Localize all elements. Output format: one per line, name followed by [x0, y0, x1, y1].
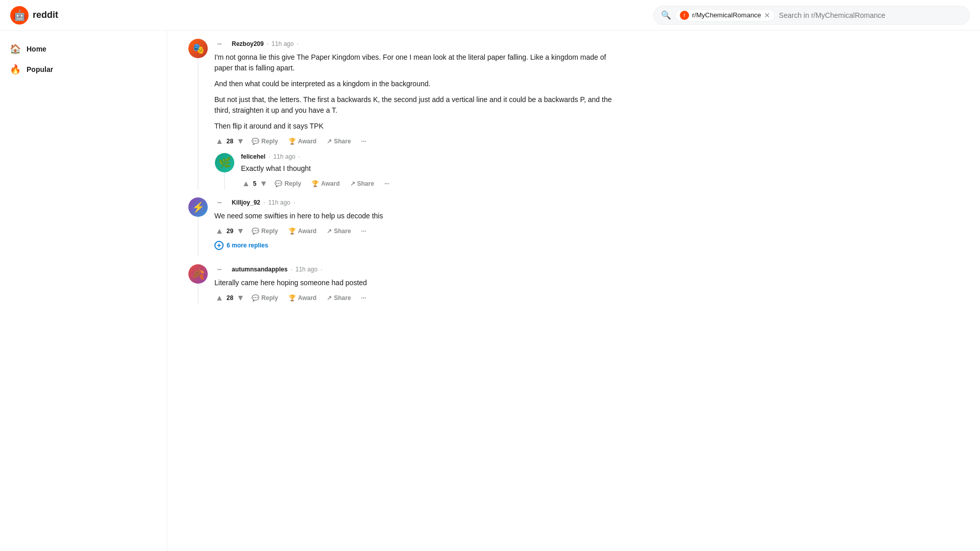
comment-text-rezboy-3: But not just that, the letters. The firs…: [214, 94, 619, 116]
share-icon-rezboy: ↗: [327, 138, 332, 145]
share-button-killjoy[interactable]: ↗ Share: [323, 226, 355, 237]
more-button-felice[interactable]: ···: [380, 178, 394, 189]
subreddit-avatar: r: [680, 11, 689, 20]
comment-text-killjoy: We need some swifties in here to help us…: [214, 211, 619, 221]
downvote-button-felice[interactable]: ▼: [259, 178, 269, 189]
subreddit-pill[interactable]: r r/MyChemicalRomance ✕: [675, 9, 775, 21]
more-button-autumn[interactable]: ···: [357, 292, 371, 304]
comment-actions-autumn: ▲ 28 ▼ 💬 Reply 🏆 Award: [214, 292, 619, 304]
logo-text: reddit: [33, 10, 58, 20]
close-pill-icon[interactable]: ✕: [764, 11, 770, 19]
comment-actions-rezboy: ▲ 28 ▼ 💬 Reply 🏆 Award: [214, 136, 619, 147]
award-icon-rezboy: 🏆: [288, 138, 296, 145]
username-rezboy[interactable]: Rezboy209: [232, 40, 264, 47]
vote-section-killjoy: ▲ 29 ▼: [214, 226, 246, 237]
sidebar: 🏠 Home 🔥 Popular: [0, 31, 167, 551]
username-autumn[interactable]: autumnsandapples: [232, 266, 287, 273]
more-button-rezboy[interactable]: ···: [357, 136, 371, 147]
popular-icon: 🔥: [10, 64, 20, 74]
more-replies-killjoy[interactable]: + 6 more replies: [214, 241, 619, 250]
timestamp-rezboy: 11h ago: [272, 40, 293, 47]
downvote-button-autumn[interactable]: ▼: [235, 292, 246, 304]
award-button-felice[interactable]: 🏆 Award: [307, 178, 344, 189]
comment-actions-killjoy: ▲ 29 ▼ 💬 Reply 🏆 Award: [214, 226, 619, 237]
reply-icon-killjoy: 💬: [252, 228, 259, 235]
award-icon-killjoy: 🏆: [288, 228, 296, 235]
comment-content-felice: felicehel · 11h ago · Exactly what I tho…: [235, 153, 619, 189]
username-killjoy[interactable]: Killjoy_92: [232, 199, 260, 206]
comment-content-rezboy: − Rezboy209 · 11h ago · I'm not gonna li…: [208, 39, 619, 189]
upvote-button-killjoy[interactable]: ▲: [214, 226, 225, 237]
more-replies-icon: +: [214, 241, 224, 250]
award-button-autumn[interactable]: 🏆 Award: [284, 292, 321, 304]
avatar-felice: 🌿: [215, 153, 234, 172]
meta-dot-2: ·: [297, 40, 298, 47]
vote-count-autumn: 28: [227, 294, 233, 302]
reply-icon-autumn: 💬: [252, 294, 259, 302]
share-button-rezboy[interactable]: ↗ Share: [323, 136, 355, 147]
share-icon-killjoy: ↗: [327, 228, 332, 235]
header: 🤖 reddit 🔍 r r/MyChemicalRomance ✕: [0, 0, 980, 31]
reply-button-killjoy[interactable]: 💬 Reply: [248, 226, 282, 237]
home-icon: 🏠: [10, 44, 20, 54]
search-icon: 🔍: [661, 10, 671, 20]
subreddit-label: r/MyChemicalRomance: [692, 11, 761, 19]
upvote-button-rezboy[interactable]: ▲: [214, 136, 225, 147]
comment-text-rezboy-4: Then flip it around and it says TPK: [214, 121, 619, 132]
comment-meta-autumn: − autumnsandapples · 11h ago ·: [214, 264, 619, 274]
comment-thread-autumn: 🍂 − autumnsandapples · 11h ago · Literal…: [188, 264, 619, 304]
sidebar-item-home[interactable]: 🏠 Home: [0, 39, 167, 59]
award-button-rezboy[interactable]: 🏆 Award: [284, 136, 321, 147]
share-icon-autumn: ↗: [327, 294, 332, 302]
meta-dot-1: ·: [267, 40, 268, 47]
line-col-felice: 🌿: [214, 153, 235, 189]
main-content: 🎭 − Rezboy209 · 11h ago · I'm not gonna …: [167, 31, 980, 551]
share-button-felice[interactable]: ↗ Share: [346, 178, 378, 189]
downvote-button-rezboy[interactable]: ▼: [235, 136, 246, 147]
timestamp-felice: 11h ago: [273, 153, 295, 160]
award-icon-felice: 🏆: [311, 180, 319, 187]
downvote-button-killjoy[interactable]: ▼: [235, 226, 246, 237]
thread-line-killjoy: [198, 217, 199, 256]
avatar-killjoy: ⚡: [188, 197, 208, 217]
thread-line-felice: [224, 172, 225, 189]
line-col-rezboy: 🎭: [188, 39, 208, 189]
search-input[interactable]: [779, 11, 962, 19]
search-bar[interactable]: 🔍 r r/MyChemicalRomance ✕: [653, 6, 970, 25]
comment-text-rezboy-2: And then what could be interpreted as a …: [214, 79, 619, 89]
username-felice[interactable]: felicehel: [241, 153, 265, 160]
vote-section-rezboy: ▲ 28 ▼: [214, 136, 246, 147]
reply-button-autumn[interactable]: 💬 Reply: [248, 292, 282, 304]
comment-meta-felice: felicehel · 11h ago ·: [241, 153, 619, 160]
thread-line-autumn: [198, 284, 199, 304]
reply-icon-felice: 💬: [275, 180, 282, 187]
vote-section-autumn: ▲ 28 ▼: [214, 292, 246, 304]
share-button-autumn[interactable]: ↗ Share: [323, 292, 355, 304]
comment-actions-felice: ▲ 5 ▼ 💬 Reply 🏆 Award: [241, 178, 619, 189]
line-col-autumn: 🍂: [188, 264, 208, 304]
reply-button-rezboy[interactable]: 💬 Reply: [248, 136, 282, 147]
upvote-button-felice[interactable]: ▲: [241, 178, 251, 189]
sidebar-item-popular[interactable]: 🔥 Popular: [0, 59, 167, 80]
comment-thread-killjoy: ⚡ − Killjoy_92 · 11h ago · We need some …: [188, 197, 619, 256]
minimize-button-rezboy[interactable]: −: [214, 39, 225, 49]
logo[interactable]: 🤖 reddit: [10, 6, 58, 24]
award-button-killjoy[interactable]: 🏆 Award: [284, 226, 321, 237]
more-replies-label: 6 more replies: [227, 242, 268, 249]
thread-line-rezboy: [198, 58, 199, 189]
comment-text-autumn: Literally came here hoping someone had p…: [214, 278, 619, 288]
comment-meta-killjoy: − Killjoy_92 · 11h ago ·: [214, 197, 619, 208]
line-col-killjoy: ⚡: [188, 197, 208, 256]
minimize-button-killjoy[interactable]: −: [214, 197, 225, 208]
comment-text-rezboy-1: I'm not gonna lie this give The Paper Ki…: [214, 52, 619, 73]
upvote-button-autumn[interactable]: ▲: [214, 292, 225, 304]
more-button-killjoy[interactable]: ···: [357, 226, 371, 237]
award-icon-autumn: 🏆: [288, 294, 296, 302]
comment-thread-felice: 🌿 felicehel · 11h ago · Exactly what I t…: [214, 153, 619, 189]
comment-text-felice: Exactly what I thought: [241, 163, 619, 174]
minimize-button-autumn[interactable]: −: [214, 264, 225, 274]
reply-button-felice[interactable]: 💬 Reply: [271, 178, 305, 189]
sidebar-item-popular-label: Popular: [27, 65, 53, 73]
reddit-logo-icon: 🤖: [10, 6, 29, 24]
layout: 🏠 Home 🔥 Popular 🎭 − Rezboy209: [0, 31, 980, 551]
